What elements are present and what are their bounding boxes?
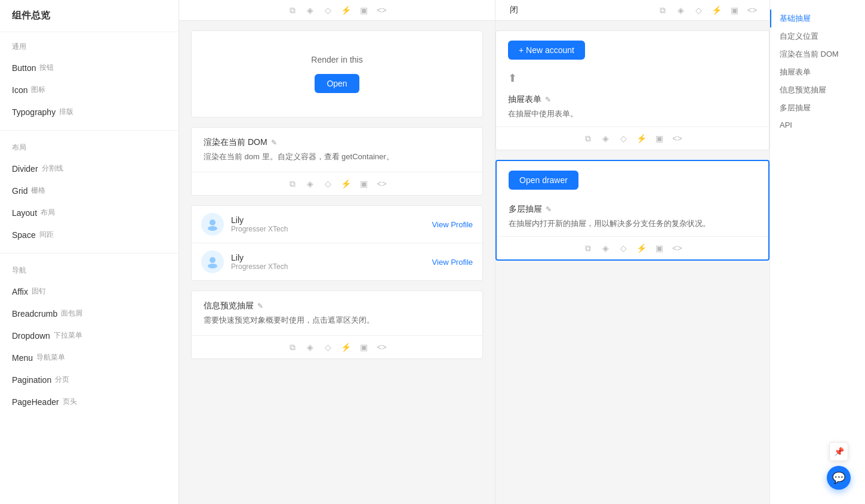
code-icon[interactable]: <> bbox=[377, 342, 387, 353]
open-button[interactable]: Open bbox=[315, 74, 359, 93]
sidebar-item-button[interactable]: Button 按钮 bbox=[0, 57, 178, 79]
copy-icon[interactable]: ⧉ bbox=[287, 5, 298, 16]
diamond-icon[interactable]: ◇ bbox=[323, 342, 334, 353]
sidebar-item-pagination[interactable]: Pagination 分页 bbox=[0, 369, 178, 391]
list-item: Lily Progresser XTech View Profile bbox=[192, 243, 482, 280]
sidebar-item-secondary: 布局 bbox=[41, 208, 55, 218]
copy-icon[interactable]: ⧉ bbox=[287, 178, 298, 189]
info-preview-desc: 需要快速预览对象概要时使用，点击遮罩区关闭。 bbox=[204, 315, 470, 326]
file-icon[interactable]: ▣ bbox=[654, 133, 665, 144]
toc-item-multidrawer[interactable]: 多层抽屉 bbox=[770, 99, 865, 117]
view-profile-link[interactable]: View Profile bbox=[432, 220, 473, 229]
copy-icon[interactable]: ⧉ bbox=[583, 243, 593, 253]
file-icon[interactable]: ▣ bbox=[359, 5, 370, 16]
section-label-layout: 布局 bbox=[0, 138, 178, 157]
code-icon[interactable]: <> bbox=[672, 133, 683, 144]
profile-list: Lily Progresser XTech View Profile bbox=[192, 206, 482, 280]
toc-item-infopreview[interactable]: 信息预览抽屉 bbox=[770, 81, 865, 99]
info-preview-edit-icon[interactable]: ✎ bbox=[257, 302, 263, 310]
cube-icon[interactable]: ◈ bbox=[601, 133, 611, 144]
open-drawer-section: Open drawer bbox=[497, 161, 768, 194]
cube-icon[interactable]: ◈ bbox=[305, 178, 316, 189]
lightning-icon[interactable]: ⚡ bbox=[341, 178, 352, 189]
list-item: Lily Progresser XTech View Profile bbox=[192, 206, 482, 243]
sidebar-section-common: 通用 Button 按钮 Icon 图标 Typography 排版 bbox=[0, 32, 178, 128]
sidebar-item-dropdown[interactable]: Dropdown 下拉菜单 bbox=[0, 324, 178, 347]
sidebar-item-grid[interactable]: Grid 栅格 bbox=[0, 180, 178, 202]
diamond-icon[interactable]: ◇ bbox=[323, 5, 334, 16]
view-profile-link[interactable]: View Profile bbox=[432, 258, 473, 267]
profile-info: Lily Progresser XTech bbox=[231, 215, 425, 233]
multi-drawer-section: 多层抽屉 ✎ 在抽屉内打开新的抽屉，用以解决多分支任务的复杂状况。 bbox=[497, 194, 768, 236]
cube-icon[interactable]: ◈ bbox=[305, 342, 316, 353]
code-icon[interactable]: <> bbox=[672, 243, 683, 253]
toc-item-api[interactable]: API bbox=[770, 117, 865, 133]
toc-item-basic[interactable]: 基础抽屉 bbox=[770, 10, 865, 27]
copy-icon[interactable]: ⧉ bbox=[657, 5, 668, 16]
new-account-button[interactable]: + New account bbox=[508, 41, 585, 60]
sidebar-item-label: Grid bbox=[12, 186, 27, 196]
table-of-contents: 基础抽屉 自定义位置 渲染在当前 DOM 抽屉表单 信息预览抽屉 多层抽屉 AP… bbox=[769, 0, 865, 504]
render-in-this-card: Render in this Open bbox=[191, 30, 483, 118]
file-icon[interactable]: ▣ bbox=[654, 243, 665, 253]
file-icon[interactable]: ▣ bbox=[729, 5, 740, 16]
sidebar-item-secondary: 分割线 bbox=[42, 163, 63, 174]
lightning-icon[interactable]: ⚡ bbox=[636, 243, 647, 253]
diamond-icon[interactable]: ◇ bbox=[618, 133, 629, 144]
code-icon[interactable]: <> bbox=[377, 5, 387, 16]
sidebar-item-label: Layout bbox=[12, 208, 37, 218]
cube-icon[interactable]: ◈ bbox=[601, 243, 611, 253]
drawer-form-toolbar: ⧉ ◈ ◇ ⚡ ▣ <> bbox=[496, 126, 769, 150]
render-dom-edit-icon[interactable]: ✎ bbox=[271, 138, 277, 147]
float-chat-button[interactable]: 💬 bbox=[827, 466, 851, 490]
sidebar-item-space[interactable]: Space 间距 bbox=[0, 224, 178, 246]
lightning-icon[interactable]: ⚡ bbox=[711, 5, 722, 16]
toc-item-drawerform[interactable]: 抽屉表单 bbox=[770, 63, 865, 81]
cube-icon[interactable]: ◈ bbox=[305, 5, 316, 16]
diamond-icon[interactable]: ◇ bbox=[693, 5, 704, 16]
file-icon[interactable]: ▣ bbox=[359, 178, 370, 189]
sidebar-item-pageheader[interactable]: PageHeader 页头 bbox=[0, 391, 178, 413]
divider bbox=[0, 130, 178, 131]
new-account-section: + New account bbox=[496, 31, 769, 69]
lightning-icon[interactable]: ⚡ bbox=[341, 5, 352, 16]
render-dom-toolbar: ⧉ ◈ ◇ ⚡ ▣ <> bbox=[192, 172, 482, 195]
toc-item-renderdom[interactable]: 渲染在当前 DOM bbox=[770, 45, 865, 63]
copy-icon[interactable]: ⧉ bbox=[287, 342, 298, 353]
code-icon[interactable]: <> bbox=[377, 178, 387, 189]
drawer-form-section: 抽屉表单 ✎ 在抽屉中使用表单。 bbox=[496, 89, 769, 126]
drawer-form-edit-icon[interactable]: ✎ bbox=[545, 95, 551, 104]
sidebar-item-label: Breadcrumb bbox=[12, 309, 57, 319]
unpin-button[interactable]: 📌 bbox=[829, 442, 848, 461]
section-label-nav: 导航 bbox=[0, 261, 178, 280]
copy-icon[interactable]: ⧉ bbox=[583, 133, 593, 144]
sidebar-item-divider[interactable]: Divider 分割线 bbox=[0, 157, 178, 180]
sidebar: 组件总览 通用 Button 按钮 Icon 图标 Typography 排版 … bbox=[0, 0, 179, 504]
multi-drawer-edit-icon[interactable]: ✎ bbox=[546, 205, 552, 214]
new-account-card: + New account ⬆ 抽屉表单 ✎ 在抽屉中使用表单。 ⧉ ◈ bbox=[495, 30, 769, 150]
lightning-icon[interactable]: ⚡ bbox=[636, 133, 647, 144]
sidebar-item-icon[interactable]: Icon 图标 bbox=[0, 79, 178, 101]
diamond-icon[interactable]: ◇ bbox=[323, 178, 334, 189]
sidebar-item-label: Divider bbox=[12, 164, 38, 174]
sidebar-item-affix[interactable]: Affix 固钉 bbox=[0, 280, 178, 302]
file-icon[interactable]: ▣ bbox=[359, 342, 370, 353]
unpin-icon: 📌 bbox=[834, 447, 844, 456]
svg-point-3 bbox=[208, 264, 217, 268]
code-icon[interactable]: <> bbox=[747, 5, 758, 16]
cube-icon[interactable]: ◈ bbox=[675, 5, 686, 16]
toc-item-custom[interactable]: 自定义位置 bbox=[770, 27, 865, 45]
sidebar-item-label: Button bbox=[12, 63, 36, 73]
lightning-icon[interactable]: ⚡ bbox=[341, 342, 352, 353]
render-in-this-text: Render in this bbox=[204, 55, 470, 64]
open-drawer-button[interactable]: Open drawer bbox=[509, 171, 578, 190]
profile-sub: Progresser XTech bbox=[231, 262, 425, 271]
render-dom-title: 渲染在当前 DOM ✎ bbox=[204, 137, 470, 148]
sidebar-item-menu[interactable]: Menu 导航菜单 bbox=[0, 347, 178, 369]
sidebar-item-breadcrumb[interactable]: Breadcrumb 面包屑 bbox=[0, 302, 178, 324]
sidebar-item-layout[interactable]: Layout 布局 bbox=[0, 202, 178, 224]
diamond-icon[interactable]: ◇ bbox=[618, 243, 629, 253]
avatar bbox=[201, 213, 224, 236]
sidebar-item-typography[interactable]: Typography 排版 bbox=[0, 101, 178, 123]
sidebar-item-label: Pagination bbox=[12, 375, 51, 385]
